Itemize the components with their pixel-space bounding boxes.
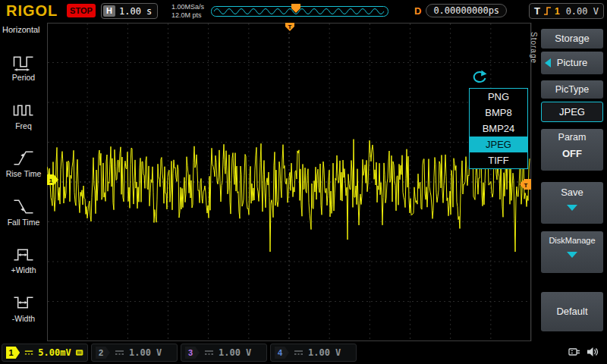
delay-value: 0.00000000ps — [426, 4, 507, 17]
picture-button-label: Picture — [557, 57, 587, 68]
channel-1-scale: 5.00mV — [38, 347, 71, 358]
period-icon — [12, 52, 35, 71]
save-button[interactable]: Save — [541, 182, 603, 224]
pictype-popup: PNG BMP8 BMP24 JPEG TIFF — [469, 70, 528, 169]
coupling-icon — [293, 348, 304, 357]
menu-item-label: Period — [12, 73, 35, 82]
menu-item-minus-width[interactable]: -Width — [12, 293, 35, 323]
svg-text:T: T — [524, 182, 528, 189]
minus-width-icon — [12, 293, 35, 312]
graticule — [47, 23, 531, 341]
menu-item-rise-time[interactable]: Rise Time — [6, 149, 42, 178]
channel-4-scale: 1.00 V — [308, 347, 341, 358]
coupling-icon — [114, 348, 125, 357]
param-button[interactable]: Param OFF — [541, 129, 603, 171]
trigger-level-value: 0.00 V — [563, 6, 599, 17]
speaker-icon — [586, 346, 599, 358]
menu-tab-storage: Storage — [530, 32, 538, 64]
ch1-level-marker: 1 — [47, 174, 59, 186]
freq-icon — [12, 101, 35, 120]
horizontal-measure-menu: Horizontal Period Freq — [0, 23, 47, 341]
chevron-down-icon — [567, 252, 577, 258]
trigger-level-marker: T — [519, 179, 531, 190]
timebase-value: 1.00 s — [119, 6, 152, 17]
menu-item-freq[interactable]: Freq — [12, 101, 35, 130]
delay-label: D — [414, 5, 421, 17]
trigger-source: 1 — [555, 6, 560, 17]
trigger-label: T — [534, 5, 540, 17]
channel-2-badge: 2 — [96, 347, 110, 359]
h-label: H — [103, 5, 115, 17]
fall-time-icon — [12, 197, 35, 216]
menu-item-period[interactable]: Period — [12, 52, 35, 82]
channel-box-3[interactable]: 3 1.00 V — [181, 344, 267, 362]
sample-rate: 1.00MSa/s — [171, 3, 204, 11]
popup-item[interactable]: JPEG — [470, 136, 527, 152]
param-button-label: Param — [541, 129, 603, 143]
acquisition-info: 1.00MSa/s 12.0M pts — [171, 3, 204, 20]
save-button-label: Save — [541, 182, 603, 198]
trigger-position-marker: T — [285, 23, 295, 32]
rise-time-icon — [12, 149, 35, 168]
param-value: OFF — [541, 148, 603, 159]
delay-readout: D 0.00000000ps — [414, 4, 507, 17]
menu-item-fall-time[interactable]: Fall Time — [8, 197, 40, 227]
channel-box-2[interactable]: 2 1.00 V — [91, 344, 178, 362]
usb-icon — [568, 346, 583, 358]
pictype-options-list: PNG BMP8 BMP24 JPEG TIFF — [469, 88, 528, 169]
menu-item-label: +Width — [11, 265, 36, 275]
pictype-button[interactable]: PicType — [541, 80, 603, 99]
left-menu-items: Period Freq Rise Time — [0, 34, 47, 341]
channel-indicator-icon — [75, 348, 83, 357]
popup-item[interactable]: BMP8 — [470, 105, 527, 121]
menu-item-label: Rise Time — [6, 169, 42, 178]
run-state-badge: STOP — [67, 4, 96, 17]
channel-status-bar: 1 5.00mV 2 1.00 V 3 1.00 V 4 — [0, 341, 607, 364]
chevron-down-icon — [567, 205, 577, 211]
waveform-trace — [47, 140, 530, 252]
popup-item[interactable]: PNG — [470, 89, 527, 105]
coupling-icon — [24, 348, 34, 357]
menu-item-plus-width[interactable]: +Width — [11, 245, 36, 275]
popup-item[interactable]: TIFF — [470, 152, 527, 168]
trigger-edge-icon — [543, 5, 552, 17]
trigger-readout: T 1 0.00 V — [529, 3, 604, 19]
channel-box-1[interactable]: 1 5.00mV — [2, 344, 88, 362]
popup-item[interactable]: BMP24 — [470, 121, 527, 136]
chevron-left-icon — [545, 58, 551, 67]
channel-1-badge: 1 — [6, 347, 20, 359]
channel-3-scale: 1.00 V — [219, 347, 251, 358]
storage-menu-panel: Storage Storage Picture PicType JPEG Par… — [531, 23, 607, 341]
memory-position-bar — [211, 4, 388, 18]
svg-text:T: T — [288, 24, 292, 30]
default-button[interactable]: Default — [541, 292, 603, 331]
disk-manage-button-label: DiskManage — [541, 231, 603, 245]
channel-box-4[interactable]: 4 1.00 V — [270, 344, 357, 362]
coupling-icon — [203, 348, 215, 357]
horizontal-scale-readout: H 1.00 s — [101, 3, 158, 19]
channel-2-scale: 1.00 V — [129, 347, 162, 358]
channel-4-badge: 4 — [275, 347, 289, 359]
disk-manage-button[interactable]: DiskManage — [541, 231, 603, 273]
storage-menu-title: Storage — [541, 29, 603, 49]
menu-item-label: -Width — [12, 314, 35, 323]
menu-item-label: Freq — [15, 121, 32, 130]
memory-depth: 12.0M pts — [171, 11, 204, 20]
svg-text:1: 1 — [49, 177, 53, 184]
channel-3-badge: 3 — [185, 347, 200, 359]
rotate-icon[interactable] — [471, 70, 488, 85]
oscilloscope-screen: RIGOL STOP H 1.00 s 1.00MSa/s 12.0M pts … — [0, 0, 607, 364]
waveform-display: T 1 T PNG BMP8 BMP24 JPEG TIFF — [47, 23, 531, 341]
pictype-value[interactable]: JPEG — [541, 102, 603, 122]
plus-width-icon — [12, 245, 35, 264]
left-menu-title: Horizontal — [0, 23, 47, 34]
menu-item-label: Fall Time — [8, 218, 40, 227]
rigol-logo: RIGOL — [6, 2, 58, 20]
top-bar: RIGOL STOP H 1.00 s 1.00MSa/s 12.0M pts … — [0, 0, 607, 23]
picture-button[interactable]: Picture — [541, 52, 603, 74]
rotate-icon-wrap — [469, 70, 528, 86]
